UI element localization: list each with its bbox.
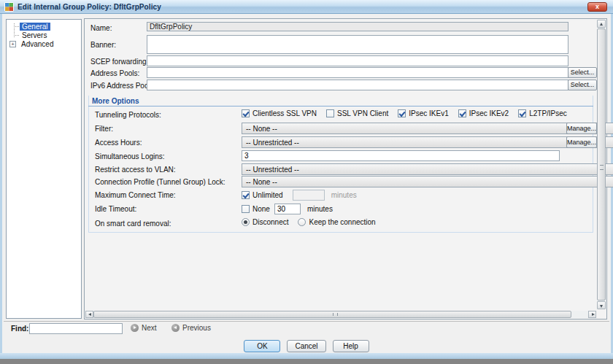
address-pools-label: Address Pools:	[90, 69, 139, 77]
horizontal-scrollbar-thumb[interactable]	[93, 311, 571, 318]
checkbox-icon	[458, 109, 466, 117]
tree-item-servers[interactable]: Servers	[7, 31, 81, 39]
filter-dropdown[interactable]: -- None --	[242, 123, 613, 134]
checkbox-icon	[242, 109, 250, 117]
tunnel-group-lock-row: Connection Profile (Tunnel Group) Lock: …	[85, 176, 606, 188]
address-pools-row: Address Pools: Select...	[85, 67, 606, 80]
horizontal-scrollbar[interactable]	[85, 311, 596, 318]
content-panel: Name: Banner: SCEP forwarding URL: Addre…	[84, 18, 607, 320]
radio-disconnect[interactable]: Disconnect	[242, 218, 288, 226]
find-input[interactable]	[29, 323, 123, 334]
max-connect-time-row: Maximum Connect Time: Unlimited minutes	[85, 189, 606, 201]
previous-arrow-icon	[171, 324, 180, 332]
smart-card-options: Disconnect Keep the connection	[242, 218, 385, 226]
expand-plus-icon[interactable]: +	[9, 41, 16, 47]
idle-timeout-label: Idle Timeout:	[95, 205, 136, 213]
filter-selected-value: -- None --	[246, 125, 277, 133]
nav-tree: General Servers + Advanced	[6, 19, 82, 319]
tunnel-group-lock-label: Connection Profile (Tunnel Group) Lock:	[95, 178, 225, 186]
find-previous-button[interactable]: Previous	[171, 324, 211, 332]
cancel-button[interactable]: Cancel	[287, 340, 325, 352]
tunneling-protocols-label: Tunneling Protocols:	[95, 111, 161, 119]
checkbox-label: None	[252, 205, 270, 213]
radio-keep-connection[interactable]: Keep the connection	[298, 218, 375, 226]
vertical-scrollbar-thumb[interactable]	[597, 28, 606, 301]
banner-field[interactable]	[147, 35, 568, 54]
filter-manage-button[interactable]: Manage...	[566, 123, 597, 134]
scroll-up-arrow-icon[interactable]	[597, 20, 606, 28]
tree-item-advanced[interactable]: + Advanced	[7, 39, 81, 48]
scroll-down-arrow-icon[interactable]	[597, 301, 606, 309]
access-hours-label: Access Hours:	[95, 139, 142, 147]
app-icon	[4, 2, 14, 12]
filter-row: Filter: -- None -- Manage...	[85, 123, 606, 135]
access-hours-selected-value: -- Unrestricted --	[246, 139, 299, 147]
banner-label: Banner:	[90, 41, 116, 49]
checkbox-ssl-vpn-client[interactable]: SSL VPN Client	[326, 109, 388, 117]
ok-button[interactable]: OK	[244, 340, 280, 352]
idle-timeout-minutes-field[interactable]	[274, 204, 301, 214]
checkbox-icon	[326, 109, 334, 117]
scroll-left-arrow-icon[interactable]	[85, 311, 93, 318]
find-previous-label: Previous	[182, 324, 211, 332]
find-bar: Find: Next Previous	[4, 321, 609, 336]
checkbox-label: IPsec IKEv1	[409, 109, 448, 117]
tunneling-protocols-row: Tunneling Protocols: Clientless SSL VPN …	[85, 109, 606, 121]
max-connect-controls: Unlimited minutes	[242, 190, 357, 201]
close-button[interactable]: x	[587, 2, 607, 12]
window-title: Edit Internal Group Policy: DfltGrpPolic…	[18, 3, 161, 11]
checkbox-icon	[242, 191, 250, 199]
smart-card-label: On smart card removal:	[95, 220, 171, 228]
simultaneous-logins-row: Simultaneous Logins:	[85, 150, 606, 163]
restrict-vlan-dropdown[interactable]: -- Unrestricted --	[242, 163, 613, 175]
help-button[interactable]: Help	[333, 340, 369, 352]
max-connect-minutes-suffix: minutes	[331, 191, 357, 199]
checkbox-label: Clientless SSL VPN	[252, 109, 317, 117]
checkbox-label: Unlimited	[252, 191, 283, 199]
scroll-right-arrow-icon[interactable]	[588, 311, 596, 318]
access-hours-dropdown[interactable]: -- Unrestricted --	[242, 136, 613, 148]
checkbox-label: IPsec IKEv2	[469, 109, 509, 117]
checkbox-none[interactable]: None	[242, 205, 270, 213]
checkbox-unlimited[interactable]: Unlimited	[242, 191, 283, 199]
window-frame-bottom	[0, 353, 613, 359]
next-arrow-icon	[131, 324, 139, 332]
checkbox-icon	[398, 109, 406, 117]
simultaneous-logins-field[interactable]	[242, 150, 560, 161]
banner-row: Banner:	[85, 35, 606, 55]
scep-url-field[interactable]	[147, 55, 568, 66]
access-hours-row: Access Hours: -- Unrestricted -- Manage.…	[85, 136, 606, 149]
checkbox-label: SSL VPN Client	[337, 109, 388, 117]
max-connect-minutes-field	[293, 190, 325, 201]
idle-timeout-row: Idle Timeout: None minutes	[85, 203, 606, 215]
ipv6-pools-field[interactable]	[147, 80, 568, 90]
access-hours-manage-button[interactable]: Manage...	[566, 136, 597, 148]
tunnel-group-lock-dropdown[interactable]: -- None --	[242, 176, 613, 187]
address-pools-select-button[interactable]: Select...	[568, 67, 597, 78]
tunnel-group-lock-selected-value: -- None --	[246, 178, 277, 186]
address-pools-field[interactable]	[147, 67, 568, 78]
simultaneous-logins-label: Simultaneous Logins:	[95, 152, 165, 160]
find-next-button[interactable]: Next	[131, 324, 157, 332]
name-label: Name:	[90, 24, 112, 32]
checkbox-l2tp-ipsec[interactable]: L2TP/IPsec	[518, 109, 567, 117]
checkbox-ipsec-ikev2[interactable]: IPsec IKEv2	[458, 109, 509, 117]
tree-item-general[interactable]: General	[7, 22, 81, 31]
tunneling-checkbox-group: Clientless SSL VPN SSL VPN Client IPsec …	[242, 109, 577, 117]
checkbox-label: L2TP/IPsec	[529, 109, 567, 117]
tree-item-label: General	[20, 23, 50, 31]
radio-icon	[298, 218, 306, 226]
ipv6-pools-row: IPv6 Address Pools: Select...	[85, 80, 606, 92]
dialog-body: General Servers + Advanced Name: Banner:	[2, 14, 611, 353]
tree-item-label: Servers	[20, 31, 49, 39]
restrict-vlan-row: Restrict access to VLAN: -- Unrestricted…	[85, 163, 606, 176]
ipv6-pools-select-button[interactable]: Select...	[568, 80, 597, 90]
filter-label: Filter:	[95, 125, 113, 133]
find-label: Find:	[11, 325, 28, 333]
footer-button-bar: OK Cancel Help	[2, 340, 611, 353]
vertical-scrollbar[interactable]	[597, 20, 606, 309]
tree-item-label: Advanced	[19, 40, 55, 48]
checkbox-ipsec-ikev1[interactable]: IPsec IKEv1	[398, 109, 448, 117]
max-connect-time-label: Maximum Connect Time:	[95, 191, 176, 199]
checkbox-clientless-ssl-vpn[interactable]: Clientless SSL VPN	[242, 109, 317, 117]
